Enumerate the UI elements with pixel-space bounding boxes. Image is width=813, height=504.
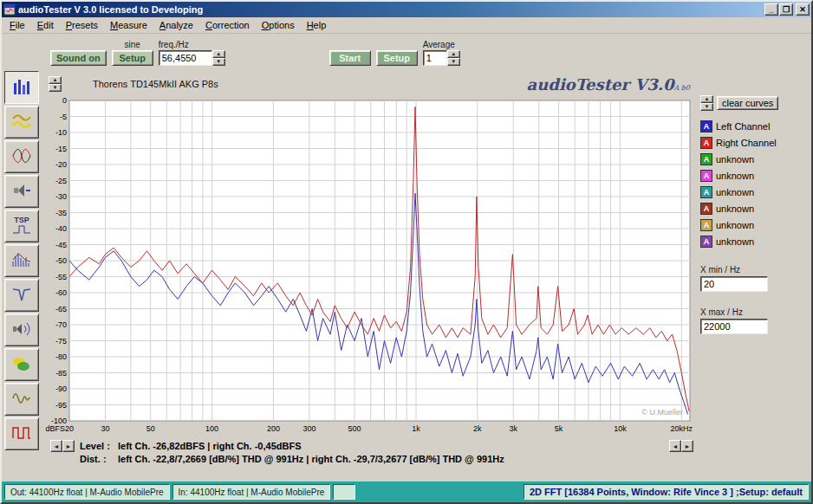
tool-level-meter-button[interactable] — [4, 71, 39, 104]
svg-text:dBFS: dBFS — [45, 424, 65, 433]
channel-swatch: A — [700, 153, 712, 165]
svg-text:-10: -10 — [55, 128, 67, 137]
tool-impedance-button[interactable] — [4, 313, 39, 346]
average-input[interactable] — [423, 50, 447, 66]
x-scroll-right-button[interactable]: ► — [62, 440, 75, 452]
blobs-icon — [11, 353, 32, 376]
fft-settings-status: 2D FFT [16384 Points, Window: Rife Vince… — [524, 484, 809, 500]
freq-up-button[interactable]: ▲ — [212, 50, 225, 58]
measurement-toolbar: TSP — [2, 69, 42, 481]
yellow-wave-icon — [11, 111, 32, 133]
content-area: TSP — [2, 69, 811, 481]
measurement-readout: Level :left Ch. -26,82dBFS | right Ch. -… — [80, 440, 504, 466]
window-title: audioTester V 3.0 licensed to Developing — [18, 4, 762, 15]
tool-tsp-button[interactable]: TSP — [4, 210, 39, 242]
input-device-status: In: 44100Hz float | M-Audio MobilePre — [172, 484, 331, 500]
sine-label: sine — [125, 40, 140, 49]
y-scale-down-button[interactable]: ▼ — [49, 84, 62, 92]
curve-select-up-button[interactable]: ▲ — [700, 95, 713, 103]
tool-signal-button[interactable] — [4, 106, 39, 139]
start-button[interactable]: Start — [329, 50, 371, 66]
maximize-button[interactable]: ❒ — [779, 3, 793, 16]
chart-header: ▲ ▼ Thorens TD145MkII AKG P8s audioTeste… — [42, 69, 697, 97]
svg-text:10k: 10k — [614, 424, 627, 433]
toolbar: Sound on sine Setup freq./Hz ▲ ▼ Start S… — [2, 34, 811, 69]
svg-text:30: 30 — [101, 424, 109, 433]
channel-swatch: A — [700, 120, 712, 132]
app-window: audioTester V 3.0 licensed to Developing… — [0, 0, 813, 504]
svg-text:1k: 1k — [412, 424, 420, 433]
xmax-label: X max / Hz — [700, 307, 806, 317]
legend-item-7[interactable]: Aunknown — [700, 216, 806, 233]
menu-correction[interactable]: Correction — [199, 18, 256, 32]
legend-item-1[interactable]: ALeft Channel — [700, 118, 806, 134]
legend-item-4[interactable]: Aunknown — [700, 167, 806, 184]
menu-help[interactable]: Help — [301, 18, 333, 32]
legend-item-6[interactable]: Aunknown — [700, 200, 806, 216]
channel-swatch: A — [700, 137, 712, 149]
svg-text:-70: -70 — [55, 320, 67, 329]
tool-distortion-button[interactable] — [4, 348, 39, 381]
tool-sweep-button[interactable] — [4, 383, 39, 416]
svg-text:20: 20 — [65, 424, 74, 433]
menu-edit[interactable]: Edit — [31, 18, 60, 32]
level-label: Level : — [80, 440, 118, 453]
level-value: left Ch. -26,82dBFS | right Ch. -0,45dBF… — [118, 441, 302, 451]
audiotester-logo: audioTester V3.0A b0 — [527, 75, 690, 94]
svg-text:© U.Mueller: © U.Mueller — [641, 408, 683, 417]
svg-text:20kHz: 20kHz — [671, 424, 693, 433]
close-button[interactable]: ✕ — [796, 3, 810, 16]
speaker-waves-icon — [11, 319, 32, 341]
average-label: Average — [423, 40, 455, 49]
minimize-button[interactable]: _ — [764, 3, 778, 16]
freq-label: freq./Hz — [159, 40, 189, 49]
dist-label: Dist. : — [80, 453, 118, 466]
channel-legend: ALeft ChannelARight ChannelAunknownAunkn… — [700, 118, 806, 249]
menu-analyze[interactable]: Analyze — [153, 18, 199, 32]
title-bar[interactable]: audioTester V 3.0 licensed to Developing… — [2, 2, 811, 17]
curve-select-down-button[interactable]: ▼ — [700, 103, 713, 111]
channel-swatch: A — [700, 236, 712, 248]
average-down-button[interactable]: ▼ — [447, 58, 460, 66]
x-scroll-left-button[interactable]: ◄ — [50, 440, 62, 452]
crossed-curves-icon — [11, 145, 32, 168]
square-wave-icon — [11, 423, 32, 445]
svg-text:-50: -50 — [55, 256, 67, 265]
tool-spectrum-button[interactable] — [4, 244, 39, 277]
svg-text:3k: 3k — [510, 424, 518, 433]
freq-down-button[interactable]: ▼ — [212, 58, 225, 66]
curve-control-panel: ▲ ▼ clear curves ALeft ChannelARight Cha… — [697, 69, 811, 481]
legend-item-2[interactable]: ARight Channel — [700, 134, 806, 151]
menu-presets[interactable]: Presets — [60, 18, 104, 32]
svg-text:5k: 5k — [555, 424, 563, 433]
legend-item-3[interactable]: Aunknown — [700, 151, 806, 167]
clear-curves-button[interactable]: clear curves — [717, 96, 778, 110]
tsp-label: TSP — [14, 216, 29, 224]
average-up-button[interactable]: ▲ — [447, 50, 460, 58]
svg-text:-15: -15 — [55, 145, 67, 153]
xmin-input[interactable] — [700, 276, 768, 292]
legend-item-8[interactable]: Aunknown — [700, 233, 806, 249]
svg-text:50: 50 — [146, 424, 155, 433]
menu-file[interactable]: File — [3, 18, 31, 32]
x-zoom-right-button[interactable]: ► — [681, 440, 693, 452]
tool-speaker-measure-button[interactable] — [4, 175, 39, 208]
tool-oscilloscope-button[interactable] — [4, 140, 39, 173]
plot-area[interactable]: 0-5-10-15-20-25-30-35-40-45-50-55-60-65-… — [43, 97, 695, 438]
legend-label: Left Channel — [716, 121, 770, 132]
svg-text:-5: -5 — [60, 113, 67, 121]
channel-swatch: A — [700, 186, 712, 198]
analyzer-setup-button[interactable]: Setup — [376, 50, 418, 66]
frequency-input[interactable] — [159, 50, 212, 66]
generator-setup-button[interactable]: Setup — [112, 50, 153, 66]
svg-text:200: 200 — [267, 424, 280, 433]
sound-on-button[interactable]: Sound on — [50, 50, 107, 66]
legend-item-5[interactable]: Aunknown — [700, 184, 806, 200]
tool-frequency-response-button[interactable] — [4, 279, 39, 312]
y-scale-up-button[interactable]: ▲ — [49, 76, 62, 84]
xmax-input[interactable] — [700, 319, 768, 334]
tool-square-wave-button[interactable] — [4, 417, 39, 450]
menu-options[interactable]: Options — [256, 18, 301, 32]
menu-measure[interactable]: Measure — [104, 18, 153, 32]
x-zoom-left-button[interactable]: ◄ — [669, 440, 681, 452]
